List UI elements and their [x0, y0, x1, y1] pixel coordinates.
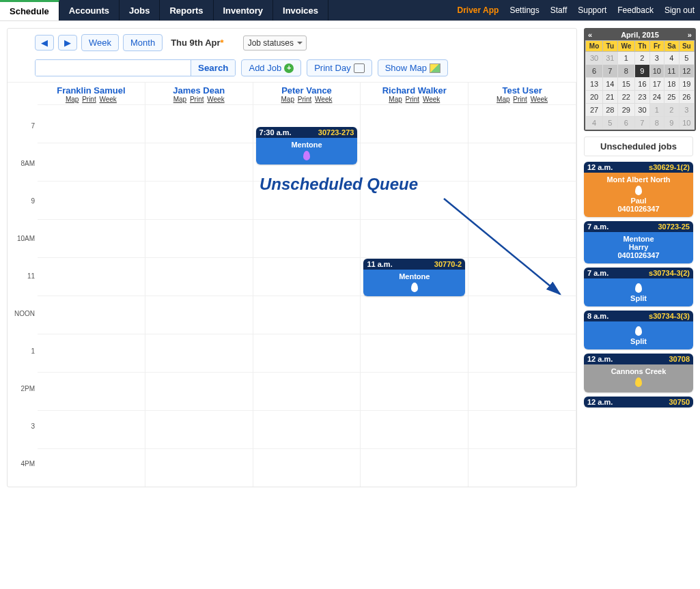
time-slot[interactable]	[253, 181, 361, 219]
cal-day[interactable]: 15	[617, 78, 635, 91]
unscheduled-job[interactable]: 12 a.m.s30629-1(2)Mont Albert NorthPaul0…	[584, 162, 693, 217]
time-slot[interactable]	[361, 410, 468, 448]
time-slot[interactable]	[38, 372, 145, 410]
show-map-button[interactable]: Show Map	[378, 59, 448, 76]
unscheduled-job[interactable]: 7 a.m.30723-25MentoneHarry0401026347	[584, 221, 693, 263]
unscheduled-job[interactable]: 12 a.m.30708Cannons Creek	[584, 354, 693, 392]
time-slot[interactable]	[38, 257, 145, 296]
cal-day[interactable]: 10	[649, 65, 664, 78]
nav-link-sign-out[interactable]: Sign out	[659, 0, 700, 20]
cal-day[interactable]: 4	[664, 52, 679, 65]
cal-day[interactable]: 18	[664, 78, 679, 91]
time-slot[interactable]	[468, 296, 576, 334]
next-button[interactable]: ▶	[58, 35, 77, 51]
time-slot[interactable]	[361, 448, 468, 487]
search-button[interactable]: Search	[191, 60, 235, 76]
week-button[interactable]: Week	[81, 34, 119, 51]
cal-day[interactable]: 19	[679, 78, 694, 91]
print-day-button[interactable]: Print Day	[307, 59, 372, 76]
cal-next[interactable]: »	[688, 31, 692, 39]
job-status-select[interactable]: Job statuses	[243, 35, 307, 51]
nav-tab-jobs[interactable]: Jobs	[120, 0, 160, 20]
time-slot[interactable]	[468, 410, 576, 448]
cal-day[interactable]: 20	[586, 91, 603, 104]
time-slot[interactable]	[38, 181, 145, 219]
time-slot[interactable]	[145, 334, 253, 372]
time-slot[interactable]	[253, 219, 361, 257]
cal-day[interactable]: 1	[617, 52, 635, 65]
time-slot[interactable]	[361, 143, 468, 181]
cal-day[interactable]: 11	[664, 65, 679, 78]
nav-link-driver-app[interactable]: Driver App	[451, 0, 504, 20]
time-slot[interactable]	[361, 181, 468, 219]
cal-day[interactable]: 12	[679, 65, 694, 78]
time-slot[interactable]	[361, 296, 468, 334]
time-slot[interactable]	[38, 104, 145, 143]
time-slot[interactable]	[253, 372, 361, 410]
cal-day[interactable]: 4	[586, 117, 603, 130]
time-slot[interactable]	[468, 104, 576, 143]
time-slot[interactable]	[145, 104, 253, 143]
cal-day[interactable]: 5	[603, 117, 617, 130]
user-print-link[interactable]: Print	[190, 96, 204, 103]
time-slot[interactable]	[38, 448, 145, 487]
cal-day[interactable]: 14	[603, 78, 617, 91]
user-week-link[interactable]: Week	[531, 96, 548, 103]
user-print-link[interactable]: Print	[513, 96, 527, 103]
cal-day[interactable]: 8	[649, 117, 664, 130]
user-print-link[interactable]: Print	[82, 96, 96, 103]
cal-day[interactable]: 6	[586, 65, 603, 78]
nav-tab-schedule[interactable]: Schedule	[0, 0, 59, 20]
prev-button[interactable]: ◀	[35, 35, 54, 51]
time-slot[interactable]	[468, 448, 576, 487]
cal-prev[interactable]: «	[588, 31, 592, 39]
cal-day[interactable]: 2	[664, 104, 679, 117]
cal-day[interactable]: 17	[649, 78, 664, 91]
unscheduled-job[interactable]: 8 a.m.s30734-3(3)Split	[584, 311, 693, 349]
time-slot[interactable]	[253, 410, 361, 448]
time-slot[interactable]	[361, 219, 468, 257]
cal-day[interactable]: 16	[635, 78, 649, 91]
nav-link-support[interactable]: Support	[572, 0, 612, 20]
search-input[interactable]	[36, 60, 191, 76]
time-slot[interactable]	[145, 448, 253, 487]
time-slot[interactable]	[253, 334, 361, 372]
user-map-link[interactable]: Map	[281, 96, 294, 103]
cal-day[interactable]: 23	[635, 91, 649, 104]
time-slot[interactable]	[145, 181, 253, 219]
time-slot[interactable]	[38, 296, 145, 334]
user-name[interactable]: Test User	[470, 85, 574, 96]
cal-day[interactable]: 30	[635, 104, 649, 117]
cal-day[interactable]: 24	[649, 91, 664, 104]
cal-day[interactable]: 9	[635, 65, 649, 78]
nav-link-settings[interactable]: Settings	[504, 0, 544, 20]
user-week-link[interactable]: Week	[423, 96, 440, 103]
cal-day[interactable]: 8	[617, 65, 635, 78]
time-slot[interactable]	[468, 219, 576, 257]
cal-day[interactable]: 30	[586, 52, 603, 65]
cal-day[interactable]: 1	[649, 104, 664, 117]
user-map-link[interactable]: Map	[389, 96, 402, 103]
unscheduled-job[interactable]: 7 a.m.s30734-3(2)Split	[584, 268, 693, 306]
nav-tab-invoices[interactable]: Invoices	[273, 0, 328, 20]
nav-link-feedback[interactable]: Feedback	[612, 0, 659, 20]
user-name[interactable]: Richard Walker	[362, 85, 466, 96]
scheduled-job[interactable]: 11 a.m.30770-2Mentone	[363, 259, 465, 296]
cal-day[interactable]: 3	[679, 104, 694, 117]
cal-day[interactable]: 26	[679, 91, 694, 104]
cal-day[interactable]: 28	[603, 104, 617, 117]
user-name[interactable]: Peter Vance	[255, 85, 359, 96]
nav-link-staff[interactable]: Staff	[545, 0, 572, 20]
cal-day[interactable]: 6	[617, 117, 635, 130]
time-slot[interactable]	[145, 410, 253, 448]
cal-day[interactable]: 31	[603, 52, 617, 65]
cal-day[interactable]: 27	[586, 104, 603, 117]
time-slot[interactable]	[468, 257, 576, 296]
cal-day[interactable]: 7	[603, 65, 617, 78]
time-slot[interactable]	[38, 334, 145, 372]
time-slot[interactable]	[361, 372, 468, 410]
cal-day[interactable]: 29	[617, 104, 635, 117]
month-button[interactable]: Month	[123, 34, 163, 51]
time-slot[interactable]	[468, 372, 576, 410]
time-slot[interactable]	[145, 257, 253, 296]
